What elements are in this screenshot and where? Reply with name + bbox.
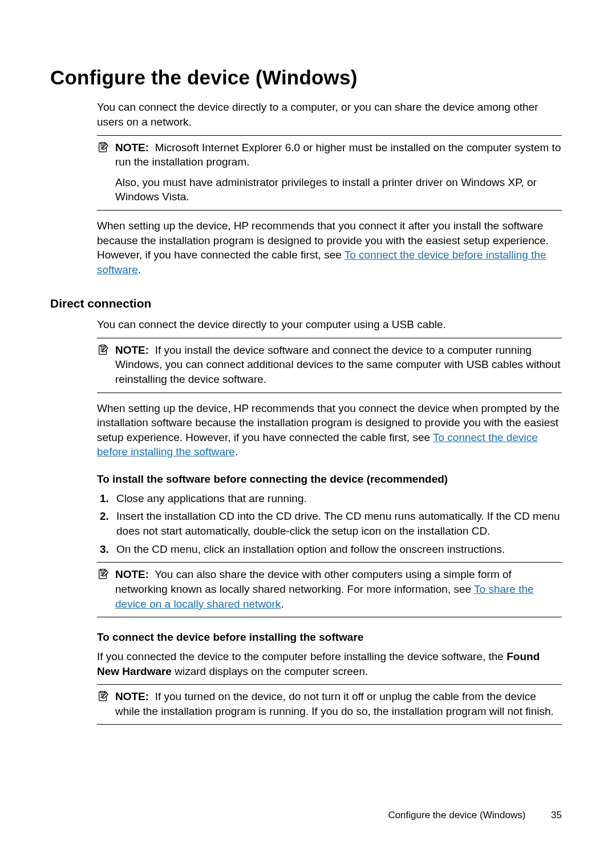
list-item: On the CD menu, click an installation op… <box>112 542 562 557</box>
note-2-line: NOTE: If you install the device software… <box>115 343 562 387</box>
post-note-paragraph-1: When setting up the device, HP recommend… <box>97 219 562 277</box>
note-icon <box>97 343 110 359</box>
note-box-2: NOTE: If you install the device software… <box>97 338 562 393</box>
note-3-post: . <box>281 598 283 610</box>
subheading-connect-before: To connect the device before installing … <box>97 630 562 645</box>
note-1-line-1: NOTE: Microsoft Internet Explorer 6.0 or… <box>115 140 562 169</box>
connect-paragraph: If you connected the device to the compu… <box>97 649 562 678</box>
note-label: NOTE: <box>115 690 149 702</box>
post-note-1-post: . <box>138 264 141 276</box>
list-item: Insert the installation CD into the CD d… <box>112 509 562 538</box>
note-box-3: NOTE: You can also share the device with… <box>97 562 562 617</box>
page-number: 35 <box>551 810 562 820</box>
connect-para-pre: If you connected the device to the compu… <box>97 650 506 662</box>
note-box-1: NOTE: Microsoft Internet Explorer 6.0 or… <box>97 135 562 211</box>
note-box-4: NOTE: If you turned on the device, do no… <box>97 684 562 725</box>
section-heading-direct-connection: Direct connection <box>50 296 562 312</box>
connect-para-post: wizard displays on the computer screen. <box>172 665 368 677</box>
subheading-install-before: To install the software before connectin… <box>97 472 562 487</box>
note-label: NOTE: <box>115 568 149 580</box>
direct-paragraph: When setting up the device, HP recommend… <box>97 401 562 460</box>
page-title: Configure the device (Windows) <box>50 64 562 91</box>
note-icon <box>97 140 110 157</box>
direct-para-post: . <box>235 446 238 458</box>
note-3-pre: You can also share the device with other… <box>115 568 512 595</box>
body-column-direct: You can connect the device directly to y… <box>97 317 562 725</box>
list-item: Close any applications that are running. <box>112 491 562 506</box>
body-column: You can connect the device directly to a… <box>97 100 562 277</box>
note-icon <box>97 567 110 584</box>
install-steps-list: Close any applications that are running.… <box>97 491 562 557</box>
note-1-text-1: Microsoft Internet Explorer 6.0 or highe… <box>115 142 561 168</box>
direct-intro: You can connect the device directly to y… <box>97 317 562 332</box>
document-page: Configure the device (Windows) You can c… <box>0 0 616 853</box>
note-icon <box>97 689 110 706</box>
intro-paragraph: You can connect the device directly to a… <box>97 100 562 129</box>
note-3-line: NOTE: You can also share the device with… <box>115 567 562 611</box>
footer-text: Configure the device (Windows) <box>388 810 525 820</box>
note-2-text: If you install the device software and c… <box>115 344 560 385</box>
note-label: NOTE: <box>115 142 149 153</box>
note-4-line: NOTE: If you turned on the device, do no… <box>115 689 562 718</box>
note-label: NOTE: <box>115 344 149 356</box>
note-4-text: If you turned on the device, do not turn… <box>115 690 554 717</box>
note-1-text-2: Also, you must have administrator privil… <box>115 175 562 204</box>
page-footer: Configure the device (Windows) 35 <box>388 809 562 822</box>
